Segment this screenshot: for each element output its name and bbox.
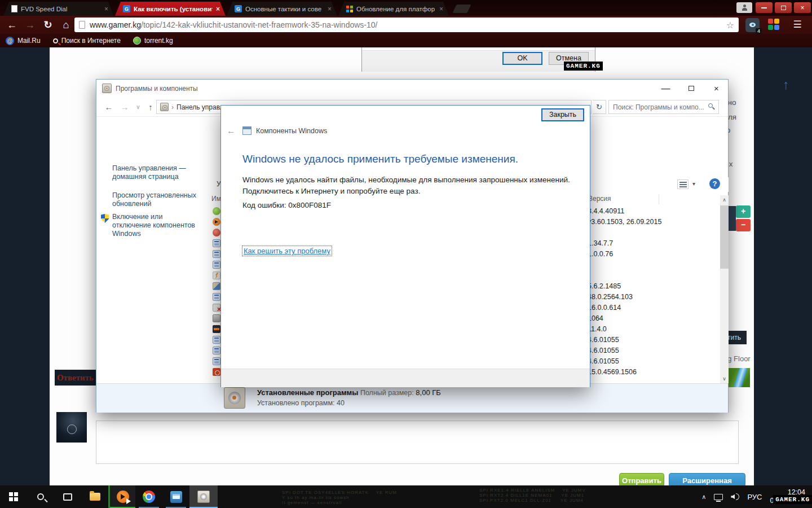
- network-icon[interactable]: [714, 494, 723, 500]
- scroll-to-top-arrow[interactable]: ↑: [783, 77, 789, 93]
- sidebar-item-view-installed-updates[interactable]: Просмотр установленных обновлений: [112, 191, 201, 208]
- blue-app-taskbar-button[interactable]: [162, 485, 189, 508]
- gamer-favicon: G: [235, 5, 242, 12]
- pf-close-button[interactable]: ×: [704, 80, 729, 97]
- pf-maximize-button[interactable]: [678, 80, 704, 97]
- bookmark-label: torrent.kg: [144, 37, 173, 45]
- browser-profile-button[interactable]: [736, 2, 752, 13]
- sidebar-item-control-panel-home[interactable]: Панель управления — домашняя страница: [112, 164, 201, 181]
- scrollbar-up-arrow[interactable]: ∧: [720, 195, 729, 204]
- dialog-back-arrow[interactable]: ←: [227, 126, 236, 136]
- blue-app-icon: [170, 491, 182, 503]
- bookmark-label: Mail.Ru: [17, 37, 41, 45]
- pf-refresh-button[interactable]: ↻: [593, 100, 606, 114]
- tab-close-icon[interactable]: ×: [104, 6, 108, 12]
- volume-button[interactable]: [731, 493, 739, 500]
- view-dropdown-chevron[interactable]: ▾: [692, 181, 695, 187]
- program-version: 48.0.2564.103: [588, 293, 633, 301]
- forum-thumbnail-image[interactable]: [726, 368, 750, 387]
- vote-down-button[interactable]: −: [736, 219, 751, 231]
- extension-eye-icon[interactable]: 4: [745, 18, 760, 32]
- vote-up-button[interactable]: +: [736, 205, 751, 218]
- background-ghost-text: SPI RXE1.4 RIELLE ANELISM YE JUMV SPI RX…: [479, 488, 586, 503]
- scrollbar-thumb[interactable]: [720, 205, 729, 269]
- reload-button[interactable]: ↻: [41, 17, 55, 32]
- pf-minimize-button[interactable]: —: [653, 80, 678, 97]
- pf-search-input[interactable]: [608, 100, 719, 114]
- column-header-version[interactable]: Версия: [588, 195, 611, 203]
- utorrent-icon: [213, 207, 220, 215]
- pf-up-button[interactable]: ↑: [144, 100, 157, 113]
- home-button[interactable]: ⌂: [59, 17, 73, 32]
- url-text: www.gamer.kg/topic/142-kak-vkliuchit-ust…: [90, 20, 722, 29]
- tab-active-gamer-topic[interactable]: G Как включить (установит ×: [115, 2, 226, 16]
- bookmark-web-search[interactable]: Поиск в Интернете: [53, 37, 121, 45]
- search-icon: [53, 38, 58, 43]
- column-separator[interactable]: [659, 194, 659, 204]
- programs-features-icon: [197, 491, 210, 503]
- tray-overflow-chevron[interactable]: ∧: [701, 493, 706, 501]
- pf-history-chevron[interactable]: ∨: [131, 100, 145, 113]
- aimp-icon: [213, 218, 220, 226]
- bookmark-torrent-kg[interactable]: torrent.kg: [133, 37, 173, 45]
- pf-forward-button[interactable]: →: [118, 100, 131, 113]
- extension-apps-icon[interactable]: [768, 19, 780, 31]
- start-button[interactable]: [0, 485, 27, 508]
- url-domain: www.gamer.kg: [90, 20, 141, 29]
- browser-menu-button[interactable]: ☰: [789, 17, 805, 32]
- chrome-taskbar-button[interactable]: [135, 485, 162, 508]
- back-button[interactable]: ←: [5, 17, 19, 32]
- help-button[interactable]: ?: [709, 178, 720, 189]
- how-to-fix-link[interactable]: Как решить эту проблему: [242, 246, 332, 256]
- program-version: 4.6.01055: [588, 357, 619, 365]
- scrollbar-down-arrow[interactable]: ∨: [720, 374, 729, 383]
- close-dialog-button[interactable]: Закрыть: [541, 108, 584, 121]
- browser-minimize-button[interactable]: [756, 2, 773, 13]
- browser-close-button[interactable]: ×: [794, 2, 811, 13]
- ok-button[interactable]: OK: [502, 52, 542, 65]
- pf-sidebar: Панель управления — домашняя страница Пр…: [96, 117, 204, 383]
- installer-icon: [213, 336, 220, 344]
- tab-microsoft-update[interactable]: Обновление для платфор ×: [338, 2, 449, 16]
- microsoft-favicon: [346, 6, 353, 12]
- archive-icon: [213, 314, 220, 322]
- breadcrumb-control-panel[interactable]: Панель управл: [176, 103, 224, 111]
- reply-textarea[interactable]: [96, 421, 739, 464]
- program-version: 4.6.01055: [588, 336, 619, 344]
- forward-button[interactable]: →: [23, 17, 37, 32]
- chrome-icon: [143, 491, 155, 503]
- tab-close-icon[interactable]: ×: [439, 6, 443, 12]
- bookmark-star-icon[interactable]: ☆: [726, 20, 734, 30]
- gamer-kg-watermark: GAMER.KG: [773, 495, 812, 504]
- browser-restore-button[interactable]: [775, 2, 792, 13]
- folder-icon: [90, 493, 100, 501]
- aimp-taskbar-button[interactable]: [108, 485, 135, 508]
- tab-gamer-tactics[interactable]: G Основные тактики и сове ×: [227, 2, 337, 16]
- tab-title: FVD Speed Dial: [21, 6, 67, 12]
- pf-title-bar[interactable]: Программы и компоненты — ×: [96, 80, 728, 97]
- file-explorer-button[interactable]: [81, 485, 108, 508]
- language-indicator[interactable]: РУС: [747, 493, 762, 501]
- address-bar[interactable]: www.gamer.kg/topic/142-kak-vkliuchit-ust…: [74, 17, 739, 32]
- installer-icon: [213, 261, 220, 269]
- tab-close-icon[interactable]: ×: [216, 6, 220, 12]
- reply-button[interactable]: Ответить: [55, 370, 96, 386]
- task-view-button[interactable]: [54, 485, 81, 508]
- pf-scrollbar[interactable]: ∧ ∨: [720, 195, 729, 383]
- task-view-icon: [63, 493, 72, 501]
- taskbar-search-button[interactable]: [27, 485, 54, 508]
- bookmark-mailru[interactable]: @ Mail.Ru: [6, 37, 41, 45]
- change-view-button[interactable]: [677, 179, 689, 189]
- tab-close-icon[interactable]: ×: [328, 6, 332, 12]
- post-rating-block: [729, 206, 736, 231]
- sidebar-item-turn-windows-features[interactable]: Включение или отключение компонентов Win…: [112, 213, 201, 238]
- tab-fvd-speed-dial[interactable]: FVD Speed Dial ×: [3, 2, 114, 16]
- program-version: 3.4.4.40911: [588, 207, 624, 215]
- list-view-icon: [679, 182, 687, 187]
- installer-icon: [213, 250, 220, 258]
- office-icon: [213, 368, 220, 376]
- search-icon: [37, 493, 44, 500]
- pf-back-button[interactable]: ←: [102, 100, 116, 113]
- new-tab-button[interactable]: [453, 5, 471, 13]
- programs-features-taskbar-button-active[interactable]: [189, 485, 218, 508]
